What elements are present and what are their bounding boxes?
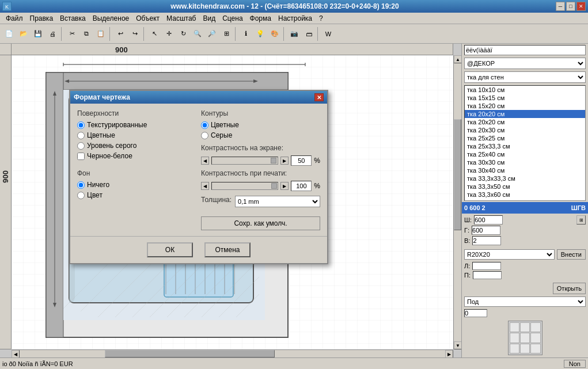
radio-textured[interactable] [77,121,85,129]
tb-extra1[interactable]: W [321,27,335,41]
radio-colored[interactable] [77,132,85,139]
tb-open[interactable]: 📂 [17,27,31,41]
menu-scale[interactable]: Масштаб [163,13,199,24]
fon-section: Фон Ничего Цвет [77,169,196,199]
contrast-print-left-arrow[interactable]: ◀ [201,182,209,190]
tb-select[interactable]: ↖ [147,27,161,41]
radio-contour-colored[interactable] [201,121,208,129]
menu-help[interactable]: ? [316,13,327,24]
thickness-dropdown[interactable]: 0,1 mm [235,196,320,207]
tb-separator-4 [235,27,237,41]
window-controls: ─ □ ✕ [556,2,586,11]
dialog-title: Формат чертежа [74,93,130,101]
menu-settings[interactable]: Настройка [275,13,316,24]
save-default-button[interactable]: Сохр. как умолч. [201,216,320,230]
contrast-print-track[interactable] [211,182,278,190]
menu-file[interactable]: Файл [2,13,26,24]
contours-title: Контуры [201,109,320,117]
contrast-print-pct: % [314,182,320,190]
tb-zoom-out[interactable]: 🔎 [205,27,219,41]
radio-greylevel-label[interactable]: Уровень серого [87,142,136,150]
checkbox-bw-label[interactable]: Черное-белое [87,152,132,160]
radio-greylevel-row: Уровень серого [77,142,196,150]
fon-title: Фон [77,169,196,177]
radio-contour-colored-label[interactable]: Цветные [211,121,239,129]
restore-button[interactable]: □ [566,2,575,11]
tb-info[interactable]: ℹ [239,27,253,41]
radio-nothing[interactable] [77,181,85,189]
toolbar: 📄 📂 💾 🖨 ✂ ⧉ 📋 ↩ ↪ ↖ ✛ ↻ 🔍 🔎 ⊞ ℹ 💡 🎨 📷 🗃 … [0,24,588,44]
radio-textured-label[interactable]: Текстурированные [87,121,147,129]
tb-separator-6 [317,27,320,41]
contrast-screen-row: ◀ ▶ % [201,155,320,166]
cancel-button[interactable]: Отмена [204,242,251,257]
tb-print[interactable]: 🖨 [45,27,59,41]
ok-button[interactable]: ОК [147,242,193,257]
app-icon: K [2,2,12,11]
tb-redo[interactable]: ↪ [128,27,142,41]
tb-cut[interactable]: ✂ [65,27,79,41]
contrast-print-label: Контрастность при печати: [201,169,320,177]
menu-view[interactable]: Вид [199,13,219,24]
radio-nothing-label[interactable]: Ничего [87,181,109,189]
tb-paste[interactable]: 📋 [94,27,108,41]
menu-scene[interactable]: Сцена [219,13,246,24]
dialog-footer: ОК Отмена [70,236,327,263]
contrast-screen-right-arrow[interactable]: ▶ [280,157,289,165]
radio-colored-label[interactable]: Цветные [87,131,115,139]
tb-zoom-fit[interactable]: ⊞ [219,27,233,41]
menu-selected[interactable]: Выделеное [89,13,133,24]
radio-contour-grey[interactable] [201,132,208,139]
dialog-left-column: Поверхности Текстурированные Цветные Уро… [77,109,196,230]
radio-nothing-row: Ничего [77,181,196,189]
thickness-label: Толщина: [201,196,232,204]
format-dialog: Формат чертежа ✕ Поверхности Текстуриров… [69,90,328,264]
tb-3d[interactable]: 🗃 [302,27,316,41]
radio-greylevel[interactable] [77,142,85,150]
tb-new[interactable]: 📄 [2,27,16,41]
tb-save[interactable]: 💾 [31,27,45,41]
menu-object[interactable]: Объект [132,13,163,24]
checkbox-bw[interactable] [77,153,85,160]
menu-insert[interactable]: Вставка [56,13,89,24]
dialog-close-button[interactable]: ✕ [314,93,324,101]
tb-undo[interactable]: ↩ [113,27,127,41]
radio-contour-grey-label[interactable]: Серые [211,131,232,139]
surfaces-title: Поверхности [77,109,196,117]
radio-fon-color[interactable] [77,192,85,199]
tb-light[interactable]: 💡 [253,27,267,41]
contrast-screen-section: Контрастность на экране: ◀ ▶ % [201,144,320,166]
non-badge: Non [564,360,586,368]
contrast-screen-thumb[interactable] [271,158,276,163]
contrast-print-value[interactable] [291,181,312,191]
dialog-overlay: Формат чертежа ✕ Поверхности Текстуриров… [0,44,588,357]
contrast-print-right-arrow[interactable]: ▶ [280,182,289,190]
dialog-titlebar: Формат чертежа ✕ [70,91,327,104]
tb-zoom-in[interactable]: 🔍 [191,27,204,41]
contrast-print-thumb[interactable] [271,183,277,189]
menu-edit[interactable]: Правка [26,13,57,24]
radio-fon-color-label[interactable]: Цвет [87,191,103,199]
tb-render[interactable]: 🎨 [268,27,282,41]
minimize-button[interactable]: ─ [556,2,565,11]
titlebar: K www.kitchendraw.com - 12 - (Счёт=86346… [0,0,588,13]
contrast-screen-value[interactable] [291,155,312,166]
radio-contour-colored-row: Цветные [201,121,320,129]
close-button[interactable]: ✕ [576,2,586,11]
tb-separator-3 [143,27,146,41]
tb-move[interactable]: ✛ [162,27,176,41]
radio-colored-row: Цветные [77,131,196,139]
tb-camera[interactable]: 📷 [287,27,301,41]
contrast-screen-left-arrow[interactable]: ◀ [201,157,209,165]
contrast-print-section: Контрастность при печати: ◀ ▶ % [201,169,320,191]
menubar: Файл Правка Вставка Выделеное Объект Мас… [0,13,588,24]
menu-form[interactable]: Форма [246,13,275,24]
contrast-screen-track[interactable] [211,157,278,165]
radio-textured-row: Текстурированные [77,121,196,129]
radio-contour-grey-row: Серые [201,131,320,139]
contrast-screen-label: Контрастность на экране: [201,144,320,152]
contrast-print-row: ◀ ▶ % [201,181,320,191]
tb-rotate[interactable]: ↻ [176,27,190,41]
dialog-right-column: Контуры Цветные Серые Контрастность на э… [201,109,320,230]
tb-copy[interactable]: ⧉ [79,27,93,41]
